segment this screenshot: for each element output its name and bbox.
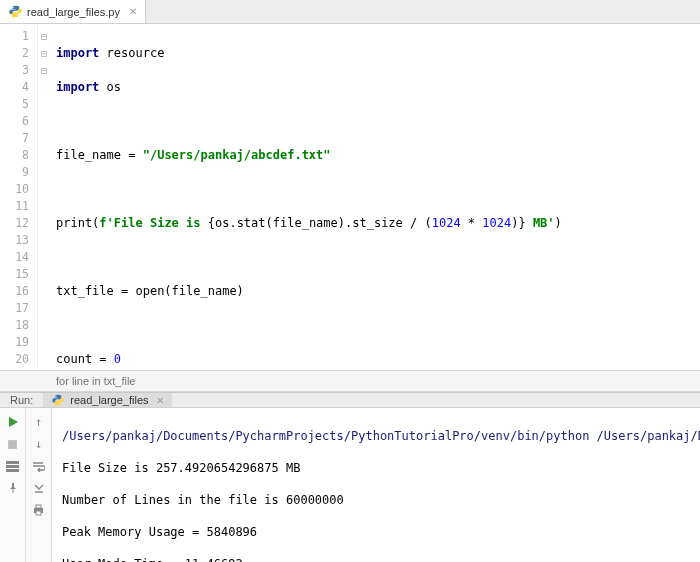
print-icon[interactable] <box>31 502 47 518</box>
run-config-name: read_large_files <box>70 394 148 406</box>
python-file-icon <box>8 5 22 19</box>
code-editor[interactable]: 1234567891011121314151617181920212223 ⊟⊟… <box>0 24 700 370</box>
svg-rect-6 <box>6 465 19 468</box>
svg-rect-4 <box>8 440 17 449</box>
console-line: Number of Lines in the file is 60000000 <box>62 492 700 508</box>
svg-point-1 <box>17 15 18 16</box>
python-file-icon <box>51 393 65 407</box>
stop-icon[interactable] <box>5 436 21 452</box>
run-toolbar-left <box>0 408 26 562</box>
svg-rect-5 <box>6 461 19 464</box>
code-area[interactable]: import resource import os file_name = "/… <box>50 24 700 370</box>
line-number-gutter: 1234567891011121314151617181920212223 <box>0 24 38 370</box>
run-toolbar-right: ↑ ↓ <box>26 408 52 562</box>
console-line: File Size is 257.4920654296875 MB <box>62 460 700 476</box>
soft-wrap-icon[interactable] <box>31 458 47 474</box>
close-run-tab-icon[interactable]: ✕ <box>156 395 164 406</box>
svg-point-0 <box>12 7 13 8</box>
console-line: Peak Memory Usage = 5840896 <box>62 524 700 540</box>
rerun-icon[interactable] <box>5 414 21 430</box>
run-header: Run: read_large_files ✕ <box>0 393 700 408</box>
breadcrumb-text: for line in txt_file <box>56 375 135 387</box>
close-tab-icon[interactable]: ✕ <box>129 6 137 17</box>
svg-rect-10 <box>36 511 41 515</box>
pin-icon[interactable] <box>5 480 21 496</box>
editor-tab-active[interactable]: read_large_files.py ✕ <box>0 0 146 23</box>
editor-tab-filename: read_large_files.py <box>27 6 120 18</box>
fold-gutter: ⊟⊟⊟ <box>38 24 50 370</box>
run-tool-window: Run: read_large_files ✕ ↑ ↓ <box>0 392 700 562</box>
svg-point-3 <box>60 403 61 404</box>
up-arrow-icon[interactable]: ↑ <box>31 414 47 430</box>
run-label: Run: <box>0 394 43 406</box>
console-output[interactable]: /Users/pankaj/Documents/PycharmProjects/… <box>52 408 700 562</box>
editor-tab-bar: read_large_files.py ✕ <box>0 0 700 24</box>
layout-icon[interactable] <box>5 458 21 474</box>
console-line: User Mode Time = 11.46692 <box>62 556 700 562</box>
scroll-to-end-icon[interactable] <box>31 480 47 496</box>
breadcrumb[interactable]: for line in txt_file <box>0 370 700 392</box>
down-arrow-icon[interactable]: ↓ <box>31 436 47 452</box>
svg-rect-9 <box>36 505 41 508</box>
svg-point-2 <box>56 396 57 397</box>
svg-rect-7 <box>6 469 19 472</box>
console-command: /Users/pankaj/Documents/PycharmProjects/… <box>62 428 700 444</box>
run-config-tab[interactable]: read_large_files ✕ <box>43 393 171 407</box>
